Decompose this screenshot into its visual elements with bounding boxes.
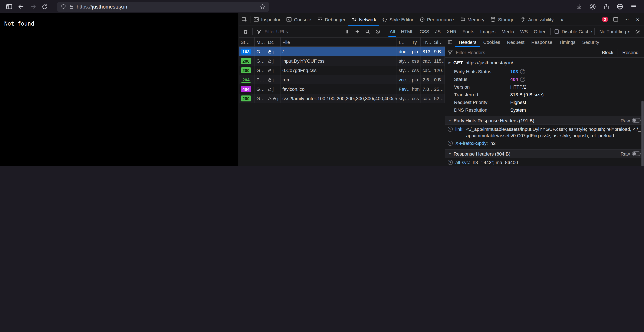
type-filter-ws[interactable]: WS	[518, 26, 530, 37]
network-request-row[interactable]: 200 G… j input.DylYYGUF.css sty… css cac…	[239, 56, 445, 66]
forward-icon[interactable]	[27, 2, 38, 12]
network-request-row[interactable]: 200 G… j 0.C07gdFnq.css sty… css cac… 12…	[239, 66, 445, 75]
column-initiator[interactable]: I…	[397, 38, 410, 47]
column-method[interactable]: M…	[255, 38, 266, 47]
tab-storage[interactable]: Storage	[488, 13, 518, 26]
column-file[interactable]: File	[281, 38, 397, 47]
url-bar[interactable]: https://justhomestay.in	[57, 2, 269, 12]
section-early-hints-response-headers[interactable]: ▼ Early Hints Response Headers (191 B) R…	[445, 116, 644, 125]
column-transferred[interactable]: Tr…	[421, 38, 432, 47]
type-filter-all[interactable]: All	[387, 26, 398, 37]
details-tab-security[interactable]: Security	[579, 38, 603, 47]
bookmark-star-icon[interactable]	[260, 4, 265, 9]
tab-memory[interactable]: Memory	[457, 13, 487, 26]
type-filter-images[interactable]: Images	[478, 26, 498, 37]
back-icon[interactable]	[15, 2, 26, 12]
collapse-triangle-icon[interactable]: ▼	[448, 119, 452, 122]
help-icon[interactable]: ?	[448, 141, 453, 146]
split-console-icon[interactable]	[610, 17, 621, 22]
help-icon[interactable]: ?	[448, 160, 453, 165]
shield-icon[interactable]	[61, 4, 66, 9]
details-tab-cookies[interactable]: Cookies	[480, 38, 504, 47]
filter-urls-input[interactable]	[264, 29, 340, 35]
style-editor-icon: {}	[382, 17, 388, 22]
raw-toggle[interactable]	[632, 151, 640, 156]
share-icon[interactable]	[600, 2, 612, 12]
network-request-row[interactable]: 404 G… j favicon.ico Fav… htm… 7.8… 25.…	[239, 84, 445, 94]
transferred-cell: 813	[421, 47, 432, 56]
network-request-row[interactable]: 103 G… j / doc… pla… 813 9 B	[239, 47, 445, 56]
url-text[interactable]: https://justhomestay.in	[77, 4, 257, 10]
globe-icon[interactable]	[614, 2, 625, 12]
resend-button[interactable]: Resend	[619, 50, 642, 55]
section-title: Response Headers (804 B)	[454, 151, 618, 156]
help-icon[interactable]: ?	[520, 77, 526, 82]
type-filter-label: XHR	[446, 29, 456, 34]
initiator-cell[interactable]: Fav…	[397, 84, 410, 94]
collapse-triangle-icon[interactable]: ▼	[448, 152, 452, 155]
type-filter-js[interactable]: JS	[433, 26, 444, 37]
tab-inspector[interactable]: Inspector	[250, 13, 284, 26]
search-icon[interactable]	[363, 27, 372, 36]
type-filter-fonts[interactable]: Fonts	[460, 26, 477, 37]
tab-debugger[interactable]: Debugger	[314, 13, 348, 26]
throttling-dropdown[interactable]: No Throttling ▾	[597, 29, 632, 34]
details-tab-request[interactable]: Request	[504, 38, 528, 47]
chevron-down-icon: ▾	[628, 30, 630, 34]
network-settings-gear-icon[interactable]	[633, 27, 642, 36]
tab-style-editor[interactable]: {} Style Editor	[379, 13, 416, 26]
reload-icon[interactable]	[39, 2, 50, 12]
type-filter-xhr[interactable]: XHR	[444, 26, 459, 37]
column-domain[interactable]: Dc	[266, 38, 281, 47]
column-type[interactable]: Ty	[410, 38, 421, 47]
help-icon[interactable]: ?	[448, 127, 453, 132]
tab-accessibility[interactable]: Accessibility	[518, 13, 557, 26]
domain-cell: j	[277, 96, 278, 101]
new-request-icon[interactable]	[353, 27, 362, 36]
section-response-headers[interactable]: ▼ Response Headers (804 B) Raw	[445, 149, 644, 158]
separator	[594, 28, 594, 35]
type-filter-media[interactable]: Media	[499, 26, 517, 37]
block-requests-icon[interactable]	[373, 27, 382, 36]
type-filter-html[interactable]: HTML	[398, 26, 416, 37]
summary-row: Transferred 813 B (9 B size)	[445, 91, 644, 99]
devtools-menu-icon[interactable]: ⋯	[621, 17, 632, 22]
details-tab-headers[interactable]: Headers	[455, 38, 480, 47]
sidebar-toggle-icon[interactable]	[445, 38, 455, 47]
scrollbar[interactable]	[641, 58, 644, 166]
disable-cache-checkbox[interactable]	[554, 30, 558, 34]
lock-icon[interactable]	[69, 4, 74, 9]
pick-element-icon[interactable]	[239, 13, 250, 26]
network-request-row[interactable]: 204 P… j rum vcc… pla… 2.6… 0 B	[239, 75, 445, 84]
raw-toggle[interactable]	[632, 118, 640, 123]
tab-network[interactable]: Network	[348, 13, 379, 26]
devtools-close-icon[interactable]: ×	[632, 16, 643, 23]
details-tab-response[interactable]: Response	[528, 38, 556, 47]
filter-headers-input[interactable]	[455, 49, 597, 55]
request-summary-line[interactable]: ▶ GET https://justhomestay.in/	[445, 58, 644, 67]
error-count-badge[interactable]: 2	[602, 17, 608, 22]
clear-requests-icon[interactable]	[241, 27, 250, 36]
account-icon[interactable]	[587, 2, 598, 12]
column-status[interactable]: St…	[239, 38, 255, 47]
initiator-cell[interactable]: vcc…	[397, 75, 410, 84]
size-cell: 0 B	[432, 75, 445, 84]
network-request-row[interactable]: 200 G… j css?family=inter:100,100i,200,2…	[239, 94, 445, 103]
header-name: alt-svc	[455, 159, 470, 166]
tab-performance[interactable]: Performance	[416, 13, 457, 26]
sidebar-icon[interactable]	[4, 2, 14, 12]
request-rows: 103 G… j / doc… pla… 813 9 B 200 G…	[239, 47, 445, 166]
type-filter-other[interactable]: Other	[531, 26, 548, 37]
pause-traffic-icon[interactable]	[342, 27, 352, 36]
scrollbar-thumb[interactable]	[642, 101, 644, 166]
overflow-chevron-icon[interactable]: »	[556, 13, 568, 26]
help-icon[interactable]: ?	[520, 69, 526, 74]
column-size[interactable]: Si…	[432, 38, 445, 47]
tab-console[interactable]: Console	[284, 13, 314, 26]
downloads-icon[interactable]	[573, 2, 584, 12]
type-filter-css[interactable]: CSS	[417, 26, 432, 37]
details-tab-timings[interactable]: Timings	[556, 38, 579, 47]
block-button[interactable]: Block	[599, 50, 616, 55]
menu-icon[interactable]	[628, 2, 639, 12]
expand-triangle-icon[interactable]: ▶	[448, 61, 451, 64]
